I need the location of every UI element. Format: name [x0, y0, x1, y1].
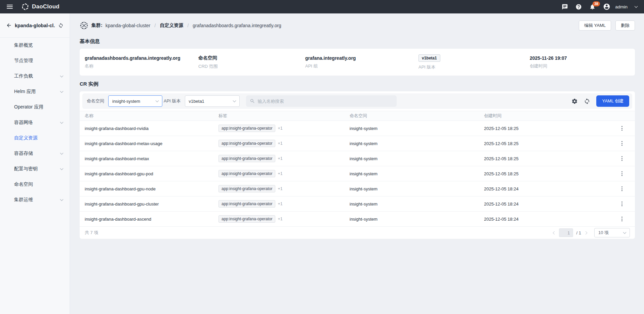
cr-table-card: 命名空间 insight-system API 版本 v1beta1	[80, 91, 635, 239]
sidebar-item[interactable]: Operator 应用	[0, 99, 70, 115]
user-chevron-down-icon[interactable]	[635, 4, 638, 8]
row-name[interactable]: insight-grafana-dashboard-metax-usage	[85, 141, 218, 146]
row-name[interactable]: insight-grafana-dashboard-gpu-node	[85, 186, 218, 191]
breadcrumb: 集群: kpanda-global-cluster / 自定义资源 / graf…	[80, 21, 281, 30]
page-number-input[interactable]	[559, 228, 573, 237]
table-row[interactable]: insight-grafana-dashboard-gpu-cluster ap…	[80, 196, 635, 212]
sidebar-item[interactable]: 命名空间	[0, 177, 70, 192]
chevron-down-icon	[623, 231, 627, 234]
table-body: insight-grafana-dashboard-nvidia app:ins…	[80, 121, 635, 227]
table-row[interactable]: insight-grafana-dashboard-metax-usage ap…	[80, 136, 635, 151]
search-icon	[250, 98, 255, 104]
row-name[interactable]: insight-grafana-dashboard-ascend	[85, 217, 218, 222]
table-footer: 共 7 项 / 1 10 项	[80, 227, 635, 239]
sidebar-item[interactable]: Helm 应用	[0, 84, 70, 99]
switch-cluster-icon[interactable]	[58, 23, 64, 28]
breadcrumb-resource: grafanadashboards.grafana.integreatly.or…	[193, 23, 281, 28]
sidebar-item[interactable]: 容器存储	[0, 146, 70, 161]
breadcrumb-section[interactable]: 自定义资源	[160, 23, 183, 29]
sidebar-item-label: 集群运维	[14, 197, 61, 203]
row-created: 2025-12-05 18:24	[484, 217, 614, 222]
pagination-next-icon[interactable]	[584, 231, 588, 234]
hamburger-icon[interactable]	[7, 5, 13, 9]
row-actions-kebab-icon[interactable]	[614, 124, 630, 133]
table-header: 名称 标签 命名空间 创建时间	[80, 111, 635, 121]
notifications-bell-icon[interactable]: 38	[589, 4, 596, 10]
table-row[interactable]: insight-grafana-dashboard-gpu-pod app:in…	[80, 166, 635, 181]
row-actions-kebab-icon[interactable]	[614, 154, 630, 163]
page-size-select[interactable]: 10 项	[594, 228, 630, 237]
row-actions-kebab-icon[interactable]	[614, 215, 630, 223]
cluster-name: kpanda-global-cl...	[15, 23, 55, 28]
avatar-icon[interactable]	[603, 3, 610, 10]
brand-logo[interactable]: DaoCloud	[22, 3, 59, 10]
namespace-select[interactable]: insight-system	[108, 95, 162, 107]
notification-badge: 38	[593, 1, 600, 7]
api-version-filter-label: API 版本	[164, 98, 181, 104]
info-label: 名称	[85, 63, 198, 69]
sidebar-item[interactable]: 容器网络	[0, 115, 70, 130]
sidebar-item[interactable]: 工作负载	[0, 69, 70, 84]
help-icon[interactable]	[575, 4, 582, 10]
table-row[interactable]: insight-grafana-dashboard-nvidia app:ins…	[80, 121, 635, 136]
sidebar-item-label: 节点管理	[14, 58, 61, 64]
user-menu[interactable]: admin	[615, 4, 628, 9]
row-created: 2025-12-05 18:24	[484, 201, 614, 207]
row-name[interactable]: insight-grafana-dashboard-gpu-cluster	[85, 201, 218, 207]
back-icon[interactable]	[6, 23, 12, 28]
row-namespace: insight-system	[350, 141, 484, 146]
row-created: 2025-12-05 18:25	[484, 156, 614, 161]
label-chip: app:insight-grafana-operator	[218, 215, 275, 223]
row-name[interactable]: insight-grafana-dashboard-metax	[85, 156, 218, 161]
sidebar-item[interactable]: 集群概览	[0, 38, 70, 53]
row-actions-kebab-icon[interactable]	[614, 199, 630, 208]
info-value: 2025-11-26 19:07	[530, 55, 630, 61]
info-field-created: 2025-11-26 19:07 创建时间	[530, 55, 630, 69]
basic-info-card: grafanadashboards.grafana.integreatly.or…	[80, 49, 635, 76]
table-row[interactable]: insight-grafana-dashboard-ascend app:ins…	[80, 212, 635, 227]
pagination: / 1 10 项	[553, 228, 630, 237]
delete-button[interactable]: 删除	[615, 20, 635, 31]
sidebar-item[interactable]: 节点管理	[0, 53, 70, 69]
row-actions-kebab-icon[interactable]	[614, 139, 630, 148]
chat-icon[interactable]	[562, 4, 568, 10]
sidebar-item-label: Helm 应用	[14, 89, 61, 95]
breadcrumb-cluster-value[interactable]: kpanda-global-cluster	[106, 23, 151, 28]
row-labels: app:insight-grafana-operator +1	[218, 185, 350, 192]
row-actions-kebab-icon[interactable]	[614, 169, 630, 178]
breadcrumb-separator: /	[155, 23, 156, 28]
sidebar-item[interactable]: 自定义资源	[0, 130, 70, 146]
refresh-icon[interactable]	[584, 98, 590, 104]
total-count: 共 7 项	[85, 230, 98, 236]
brand-name: DaoCloud	[32, 3, 59, 10]
info-field-api-group: grafana.integreatly.org API 组	[305, 55, 418, 69]
sidebar-cluster-header: kpanda-global-cl...	[0, 13, 70, 38]
row-namespace: insight-system	[350, 156, 484, 161]
search-box	[246, 95, 397, 107]
table-row[interactable]: insight-grafana-dashboard-metax app:insi…	[80, 151, 635, 166]
cluster-icon	[80, 21, 88, 30]
api-version-select[interactable]: v1beta1	[185, 95, 240, 107]
row-name[interactable]: insight-grafana-dashboard-gpu-pod	[85, 171, 218, 176]
gear-icon[interactable]	[571, 98, 578, 104]
row-created: 2025-12-05 18:25	[484, 141, 614, 146]
search-input[interactable]	[258, 99, 393, 104]
info-value: grafana.integreatly.org	[305, 55, 418, 61]
column-header-labels: 标签	[218, 113, 350, 119]
row-namespace: insight-system	[350, 186, 484, 191]
yaml-create-button[interactable]: YAML 创建	[596, 95, 629, 107]
page-total: / 1	[576, 230, 581, 235]
chevron-down-icon	[60, 167, 64, 170]
chevron-down-icon	[233, 99, 236, 102]
pagination-prev-icon[interactable]	[553, 231, 556, 234]
row-actions-kebab-icon[interactable]	[614, 184, 630, 193]
sidebar-item[interactable]: 集群运维	[0, 192, 70, 208]
table-row[interactable]: insight-grafana-dashboard-gpu-node app:i…	[80, 181, 635, 196]
breadcrumb-row: 集群: kpanda-global-cluster / 自定义资源 / graf…	[80, 13, 635, 33]
info-label: CRD 范围	[198, 63, 305, 70]
sidebar-item[interactable]: 配置与密钥	[0, 161, 70, 177]
info-label: API 版本	[418, 64, 530, 70]
row-labels: app:insight-grafana-operator +1	[218, 200, 350, 208]
edit-yaml-button[interactable]: 编辑 YAML	[579, 20, 611, 31]
row-name[interactable]: insight-grafana-dashboard-nvidia	[85, 126, 218, 131]
